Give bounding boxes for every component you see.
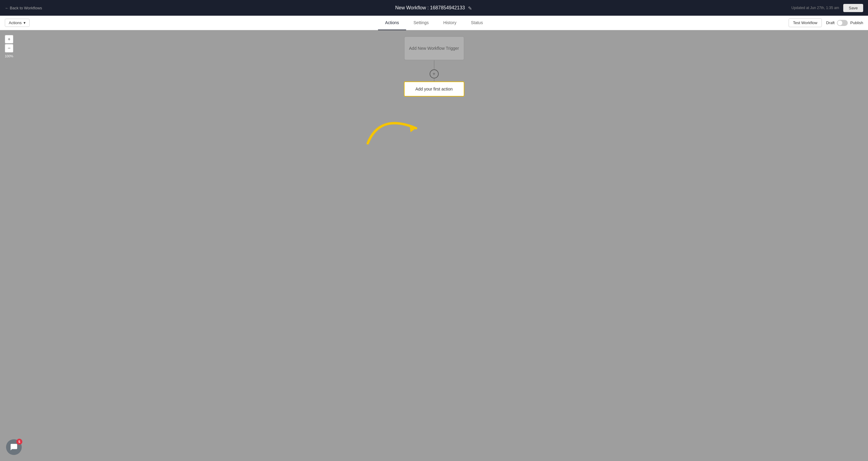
connector-line-2 [434,78,434,81]
edit-title-icon[interactable]: ✎ [468,5,473,10]
connector-line-1 [434,60,434,69]
add-first-action-node[interactable]: Add your first action [404,81,464,97]
chat-badge-count: 5 [16,439,22,445]
svg-marker-0 [409,125,416,132]
tab-settings[interactable]: Settings [406,16,436,30]
chat-widget[interactable]: 5 [6,439,22,455]
zoom-in-button[interactable]: + [5,35,13,43]
save-button[interactable]: Save [843,4,863,12]
workflow-canvas: + − 100% Add New Workflow Trigger + Add … [0,30,868,461]
actions-dropdown[interactable]: Actions ▾ [5,19,30,27]
zoom-level: 100% [5,54,13,58]
draft-label: Draft [826,21,835,25]
add-circle-icon: + [433,71,435,77]
test-workflow-button[interactable]: Test Workflow [788,19,822,27]
navbar: Actions ▾ Actions Settings History Statu… [0,16,868,30]
draft-publish-toggle[interactable] [837,20,848,26]
zoom-out-button[interactable]: − [5,44,13,53]
publish-label: Publish [850,21,863,25]
back-to-workflows-link[interactable]: ← Back to Workflows [5,6,42,10]
zoom-controls: + − 100% [5,35,13,58]
chat-icon [10,443,18,451]
topbar-right: Updated at Jun 27th, 1:35 am Save [791,4,863,12]
trigger-node-label: Add New Workflow Trigger [409,46,459,51]
toggle-knob [838,21,842,25]
topbar: ← Back to Workflows New Workflow : 16878… [0,0,868,16]
tab-actions[interactable]: Actions [378,16,406,30]
workflow-nodes: Add New Workflow Trigger + Add your firs… [404,36,464,97]
action-node-label: Add your first action [415,87,453,91]
add-step-button[interactable]: + [430,69,439,78]
navbar-tabs: Actions Settings History Status [378,16,490,30]
chevron-down-icon: ▾ [24,21,26,25]
actions-dropdown-label: Actions [9,21,22,25]
last-updated-text: Updated at Jun 27th, 1:35 am [791,6,839,10]
workflow-title: New Workflow : 1687854942133 ✎ [395,5,473,10]
workflow-title-text: New Workflow : 1687854942133 [395,5,465,10]
navbar-right: Test Workflow Draft Publish [788,19,863,27]
tab-status[interactable]: Status [464,16,490,30]
arrow-annotation [355,101,434,149]
draft-toggle-group: Draft Publish [826,20,863,26]
tab-history[interactable]: History [436,16,464,30]
trigger-node[interactable]: Add New Workflow Trigger [404,36,464,60]
